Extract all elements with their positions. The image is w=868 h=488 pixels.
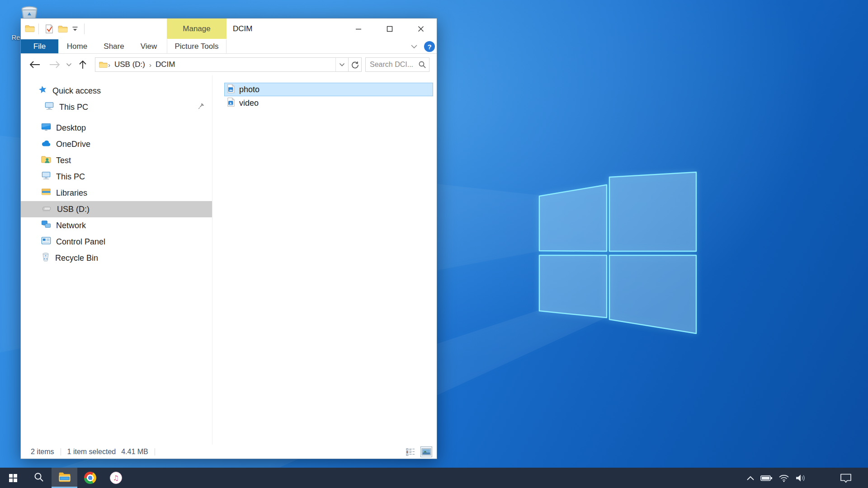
window-content: Quick access This PC [21, 75, 437, 445]
qat-properties-button[interactable] [43, 22, 55, 36]
file-explorer-window: Manage DCIM File Home Share [20, 18, 437, 459]
maximize-button[interactable] [379, 21, 400, 37]
close-button[interactable] [410, 21, 431, 37]
window-folder-icon[interactable] [25, 24, 35, 35]
video-file-icon [227, 97, 235, 109]
start-button[interactable] [0, 468, 26, 488]
action-center-icon[interactable] [840, 473, 852, 483]
status-divider [61, 448, 61, 455]
sidebar-item-this-pc[interactable]: This PC [21, 169, 212, 185]
sidebar-item-usb-drive[interactable]: USB (D:) [21, 201, 212, 217]
ribbon-tab-row: File Home Share View Picture Tools ? [21, 39, 437, 54]
monitor-icon [44, 102, 54, 113]
item-count: 2 items [31, 448, 54, 456]
battery-icon[interactable] [760, 474, 773, 482]
desktop-monitor-icon [41, 122, 51, 134]
taskbar-chrome-button[interactable] [77, 468, 103, 488]
crumb-separator-icon: › [108, 61, 111, 69]
qat-separator [38, 23, 39, 34]
tab-share[interactable]: Share [96, 39, 132, 53]
window-title: DCIM [233, 19, 252, 39]
qat-new-folder-button[interactable] [57, 22, 69, 36]
qat-customize-dropdown[interactable] [71, 22, 80, 36]
breadcrumb-dcim[interactable]: DCIM [152, 60, 179, 69]
search-icon[interactable] [418, 61, 426, 69]
search-box [365, 57, 429, 72]
file-explorer-icon [58, 472, 71, 484]
breadcrumb-usb-drive[interactable]: USB (D:) [111, 60, 149, 69]
sidebar-item-quick-access[interactable]: Quick access [21, 83, 212, 99]
file-list: photo video [212, 75, 437, 445]
sidebar-item-recycle-bin[interactable]: Recycle Bin [21, 250, 212, 266]
sidebar-item-test-user[interactable]: Test [21, 152, 212, 169]
file-item-photo[interactable]: photo [224, 83, 433, 96]
forward-button[interactable] [48, 61, 61, 69]
titlebar: Manage DCIM [21, 19, 437, 39]
tab-home[interactable]: Home [58, 39, 96, 53]
libraries-icon [41, 188, 51, 198]
file-item-video[interactable]: video [224, 96, 433, 110]
taskbar-search-button[interactable] [26, 468, 52, 488]
search-input[interactable] [370, 61, 418, 69]
image-file-icon [227, 84, 235, 96]
pin-icon [198, 103, 205, 112]
navigation-pane: Quick access This PC [21, 75, 212, 445]
minimize-button[interactable] [348, 21, 369, 37]
caption-buttons [348, 21, 431, 37]
details-view-button[interactable] [405, 446, 416, 457]
file-name: photo [239, 85, 259, 94]
quick-access-star-icon [38, 85, 47, 97]
navigation-bar: › USB (D:) › DCIM [21, 54, 437, 75]
crumb-separator-icon: › [149, 61, 152, 69]
sidebar-item-control-panel[interactable]: Control Panel [21, 234, 212, 250]
tab-picture-tools[interactable]: Picture Tools [167, 39, 226, 54]
back-button[interactable] [28, 61, 42, 69]
onedrive-cloud-icon [41, 140, 51, 149]
search-icon [33, 472, 44, 484]
chrome-icon [84, 472, 96, 484]
contextual-tab-group-manage[interactable]: Manage [167, 19, 226, 39]
sidebar-item-libraries[interactable]: Libraries [21, 185, 212, 201]
status-divider [155, 448, 155, 455]
control-panel-icon [41, 236, 51, 247]
hidden-icons-chevron-icon[interactable] [746, 475, 755, 481]
taskbar-itunes-button[interactable]: ♫ [103, 468, 129, 488]
sidebar-item-this-pc-pinned[interactable]: This PC [21, 99, 212, 115]
qat-separator [84, 23, 85, 34]
address-bar[interactable]: › USB (D:) › DCIM [95, 57, 349, 72]
wifi-icon[interactable] [778, 474, 789, 482]
large-icons-view-button[interactable] [420, 446, 432, 457]
contextual-group-label: Manage [183, 24, 210, 33]
system-tray [746, 468, 868, 488]
tab-view[interactable]: View [132, 39, 165, 53]
recent-locations-chevron-icon[interactable] [65, 63, 72, 67]
sidebar-item-desktop[interactable]: Desktop [21, 120, 212, 136]
help-button[interactable]: ? [424, 41, 435, 52]
refresh-button[interactable] [348, 57, 362, 72]
recycle-bin-icon [41, 252, 50, 264]
desktop: Recycle Bin [0, 0, 868, 488]
selection-size: 4.41 MB [121, 448, 148, 456]
status-bar: 2 items 1 item selected 4.41 MB [21, 445, 437, 459]
itunes-icon: ♫ [110, 472, 122, 484]
up-button[interactable] [76, 60, 90, 70]
tab-file[interactable]: File [21, 39, 58, 53]
sidebar-item-onedrive[interactable]: OneDrive [21, 136, 212, 152]
monitor-icon [41, 171, 51, 183]
taskbar-file-explorer-button[interactable] [52, 468, 77, 488]
sidebar-item-network[interactable]: Network [21, 217, 212, 234]
volume-icon[interactable] [795, 474, 807, 483]
user-folder-icon [41, 155, 51, 166]
usb-drive-icon [41, 204, 52, 215]
address-folder-icon[interactable] [99, 61, 108, 68]
windows-start-icon [9, 474, 17, 482]
expand-ribbon-chevron-icon[interactable] [409, 41, 420, 52]
taskbar: ♫ [0, 468, 868, 488]
selection-count: 1 item selected [67, 448, 116, 456]
network-icon [41, 220, 51, 231]
address-dropdown-chevron-icon[interactable] [335, 58, 348, 71]
file-name: video [239, 99, 259, 108]
